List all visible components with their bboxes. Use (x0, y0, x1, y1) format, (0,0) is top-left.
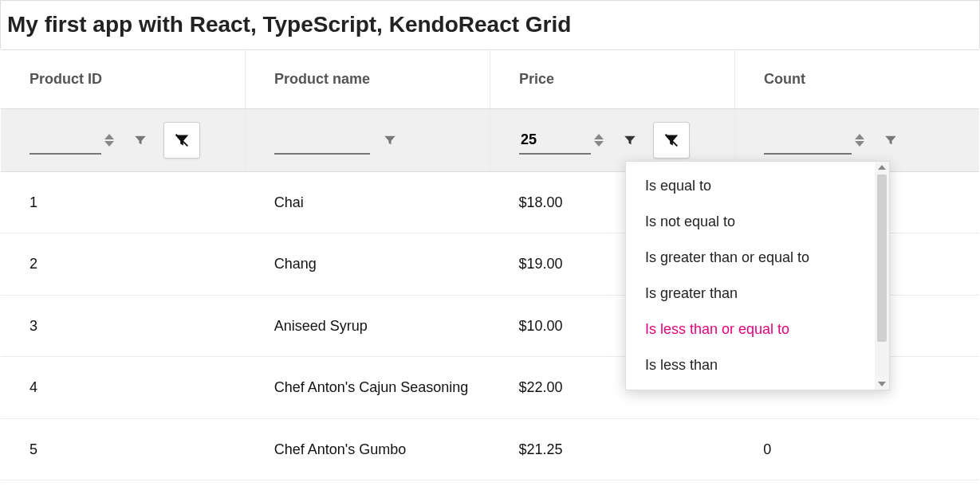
table-cell-id: 3 (1, 296, 246, 356)
scroll-up-icon[interactable] (878, 165, 886, 170)
dropdown-item[interactable]: Is less than or equal to (626, 312, 875, 347)
funnel-icon (623, 133, 637, 147)
spinner-down-icon[interactable] (855, 141, 864, 147)
column-header-price[interactable]: Price (490, 50, 735, 108)
funnel-icon (884, 133, 898, 147)
filter-input-product-name[interactable] (274, 127, 370, 155)
scroll-down-icon[interactable] (878, 382, 886, 386)
table-cell-id: 2 (1, 233, 246, 294)
spinner-down-icon[interactable] (104, 141, 114, 147)
dropdown-item[interactable]: Is greater than or equal to (626, 240, 875, 276)
grid-header-row: Product ID Product name Price Count (1, 49, 979, 109)
table-cell-id: 1 (1, 172, 246, 233)
spinner-down-icon[interactable] (594, 141, 604, 147)
table-cell-price: $21.25 (490, 419, 735, 480)
filter-operator-button-price[interactable] (616, 127, 643, 154)
filter-cell-product-name (246, 109, 490, 171)
filter-operator-button-product-id[interactable] (127, 127, 154, 154)
filter-input-count[interactable] (764, 127, 852, 155)
column-header-count[interactable]: Count (735, 50, 979, 108)
dropdown-item[interactable]: Is equal to (626, 168, 875, 204)
table-row[interactable]: 5Chef Anton's Gumbo$21.250 (1, 419, 979, 480)
filter-input-product-id[interactable] (30, 127, 101, 155)
dropdown-item[interactable]: Is not equal to (626, 204, 875, 240)
table-cell-name: Chef Anton's Gumbo (246, 419, 490, 480)
filter-input-price[interactable] (519, 127, 591, 155)
table-cell-name: Aniseed Syrup (246, 296, 490, 356)
filter-operator-button-product-name[interactable] (376, 127, 403, 154)
numeric-spinner-product-id (104, 134, 114, 147)
filter-clear-button-price[interactable] (653, 122, 690, 159)
spinner-up-icon[interactable] (594, 134, 604, 139)
numeric-spinner-price (594, 134, 604, 147)
table-cell-id: 5 (1, 419, 246, 480)
column-header-product-id[interactable]: Product ID (1, 50, 246, 108)
filter-clear-button-product-id[interactable] (163, 122, 200, 159)
table-cell-id: 4 (1, 357, 246, 417)
funnel-clear-icon (173, 131, 191, 149)
dropdown-item[interactable]: Is greater than (626, 276, 875, 312)
table-cell-name: Chang (246, 233, 490, 294)
funnel-icon (383, 133, 397, 147)
scroll-thumb[interactable] (877, 174, 887, 342)
table-cell-name: Chai (246, 172, 490, 233)
dropdown-list: Is equal toIs not equal toIs greater tha… (626, 162, 875, 390)
spinner-up-icon[interactable] (855, 134, 864, 139)
dropdown-scrollbar[interactable] (875, 162, 889, 390)
spinner-up-icon[interactable] (104, 134, 114, 139)
table-cell-count: 0 (734, 419, 979, 480)
page-title: My first app with React, TypeScript, Ken… (0, 0, 980, 49)
filter-cell-product-id (1, 109, 246, 171)
column-header-product-name[interactable]: Product name (246, 50, 490, 108)
dropdown-item[interactable]: Is less than (626, 347, 875, 383)
numeric-spinner-count (855, 134, 864, 147)
funnel-clear-icon (663, 131, 680, 149)
filter-operator-dropdown: Is equal toIs not equal toIs greater tha… (625, 161, 890, 390)
funnel-icon (133, 133, 148, 147)
table-cell-name: Chef Anton's Cajun Seasoning (246, 357, 490, 417)
filter-operator-button-count[interactable] (877, 127, 904, 154)
